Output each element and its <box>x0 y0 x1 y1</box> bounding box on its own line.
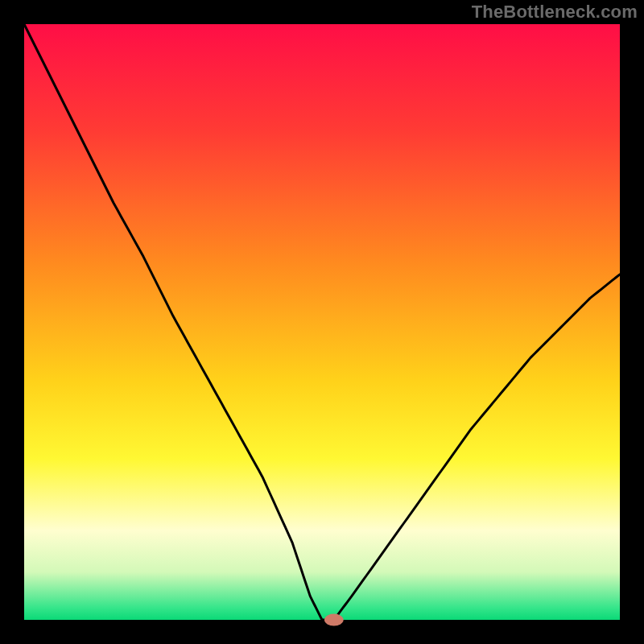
optimal-point-marker <box>324 614 344 626</box>
bottleneck-chart <box>0 0 644 644</box>
watermark-text: TheBottleneck.com <box>472 2 638 23</box>
plot-area <box>24 24 620 620</box>
chart-stage: TheBottleneck.com <box>0 0 644 644</box>
